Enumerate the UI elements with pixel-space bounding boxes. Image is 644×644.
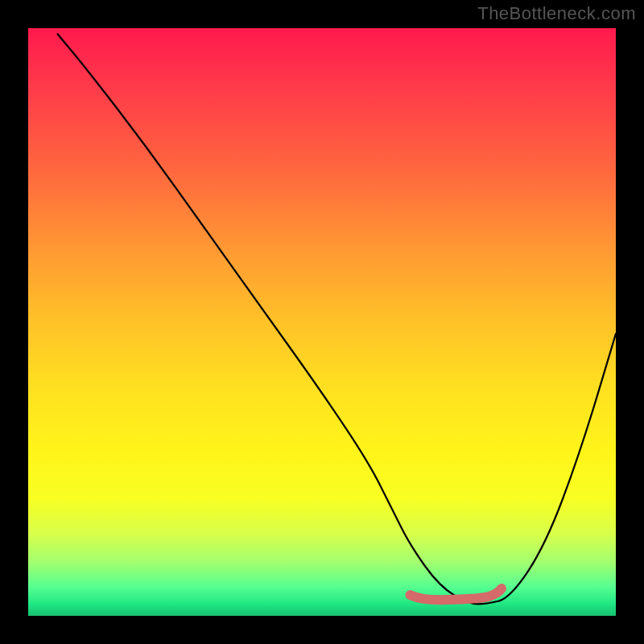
flat-tolerance-band [411, 588, 502, 600]
chart-frame: TheBottleneck.com [0, 0, 644, 644]
mismatch-curve [58, 34, 617, 604]
watermark-text: TheBottleneck.com [477, 3, 636, 24]
curve-layer [28, 28, 616, 616]
plot-area [28, 28, 616, 616]
